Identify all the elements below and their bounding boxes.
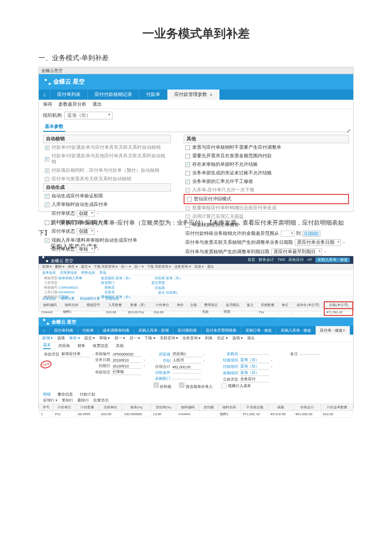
sn[interactable]: 财务	[78, 343, 85, 349]
st[interactable]: 基本信息	[42, 270, 56, 275]
biz-date[interactable]: 2019/8/10	[112, 358, 141, 363]
st[interactable]: 其他	[99, 270, 106, 275]
tb[interactable]: 保存 ▾	[69, 336, 80, 341]
link[interactable]: 采购组织	[221, 371, 238, 376]
tab-writeoff[interactable]: 应付付款核销记录	[88, 90, 139, 100]
tab-ap-list[interactable]: 应付单列表	[50, 90, 88, 100]
state-select[interactable]: 创建	[77, 228, 95, 235]
row-op[interactable]: 复制行	[62, 398, 73, 403]
st[interactable]: 供应商信息	[60, 270, 77, 275]
link[interactable]: 付款组织	[221, 364, 238, 370]
checkbox-icon[interactable]: ✓	[45, 202, 49, 207]
checkbox-icon[interactable]	[185, 214, 190, 219]
link[interactable]: 结算组织	[221, 358, 238, 363]
range-to[interactable]: 0.0000	[303, 231, 320, 237]
rb-item[interactable]: 下推 关联查询 ▾	[147, 264, 171, 269]
rb-item[interactable]: 新增 ▾	[42, 264, 52, 269]
basic-params-tab[interactable]: 基本参数	[43, 122, 65, 132]
expand-icon[interactable]: ⤢	[346, 128, 351, 134]
row-op[interactable]: 新增行 ▾	[43, 398, 58, 403]
tab[interactable]: 应付未开票明细表	[202, 326, 241, 335]
tb[interactable]: 前一 ▾	[115, 336, 125, 341]
checkbox-icon[interactable]: ✓	[45, 238, 49, 243]
tab[interactable]: 应付单列表	[50, 326, 78, 335]
rb-item[interactable]: 选项 ▾	[194, 264, 204, 269]
sn2[interactable]: 付款计划	[80, 392, 95, 397]
tab-payment[interactable]: 付款单	[139, 90, 167, 100]
sn2[interactable]: 明细	[43, 392, 51, 397]
st2[interactable]: 物料次要	[61, 296, 75, 301]
rb-item[interactable]: 保存 ▾	[68, 264, 77, 269]
tb[interactable]: 凭证 ▾	[217, 336, 228, 341]
link[interactable]: 币别	[153, 358, 170, 364]
row-op[interactable]: 批量填充	[93, 398, 109, 403]
checkbox-icon[interactable]	[185, 206, 190, 211]
tb[interactable]: 提交 ▾	[84, 336, 95, 341]
checkbox-icon[interactable]: ✓	[45, 168, 49, 173]
tb[interactable]: 审核 ▾	[99, 336, 110, 341]
rb-item[interactable]: 退出	[207, 264, 214, 269]
checkbox-icon[interactable]	[185, 145, 190, 150]
rb-item[interactable]: 前一 ▾	[121, 264, 130, 269]
link[interactable]: 采购员	[221, 352, 238, 357]
rb-item[interactable]: 删除 ▾	[55, 264, 64, 269]
table-row[interactable]: 1Pcs88.4955810.00100.00000013.00CH4441物料…	[39, 411, 353, 418]
rb-item[interactable]: 提交 ▾	[81, 264, 90, 269]
st2[interactable]: 初始物料次要	[80, 296, 100, 301]
tab-ap-params[interactable]: 应付款管理参数×	[167, 90, 219, 100]
rb-item[interactable]: 业务查询 ▾	[174, 264, 190, 269]
tb[interactable]: 退出	[247, 336, 255, 341]
tab-home[interactable]: ⌂	[39, 326, 50, 335]
tab-close-icon[interactable]: ×	[210, 92, 212, 97]
rb-item[interactable]: 下推 关联查询 ▾	[94, 264, 118, 269]
org-select[interactable]: 蓝海（欣）	[64, 112, 112, 119]
sn[interactable]: 收票信息	[93, 343, 108, 349]
tb[interactable]: 选项 ▾	[232, 336, 243, 341]
row-op[interactable]: 删除行	[78, 398, 89, 403]
tab[interactable]: 付款单	[78, 326, 98, 335]
tb[interactable]: 列表	[205, 336, 213, 341]
checkbox-icon[interactable]: ✓	[45, 145, 49, 150]
rb-item[interactable]: 后一 ▾	[134, 264, 144, 269]
checkbox-icon[interactable]	[185, 171, 190, 176]
remark-input[interactable]	[299, 354, 320, 355]
checkbox-icon[interactable]: ✓	[45, 157, 49, 162]
link[interactable]: 付款条件	[153, 370, 170, 376]
tab[interactable]: 采购入库单 - 修改	[277, 326, 316, 335]
tab-home[interactable]: ⌂	[39, 90, 50, 100]
bill-type[interactable]: 标准应付单	[61, 352, 90, 357]
checkbox-icon[interactable]: ✓	[185, 162, 190, 167]
tb[interactable]: 业务查询 ▾	[182, 336, 201, 341]
st2[interactable]: 表体信息	[42, 296, 56, 301]
checkbox-icon[interactable]	[185, 223, 190, 228]
btn-diff[interactable]: 参数差异分析	[58, 101, 86, 107]
link[interactable]: 供应商	[153, 352, 170, 357]
sn[interactable]: 其他	[116, 343, 124, 349]
tab[interactable]: 采购订单 - 修改	[241, 326, 277, 335]
tb[interactable]: 下推 ▾	[144, 336, 155, 341]
range-from[interactable]	[281, 231, 294, 237]
checkbox-icon[interactable]	[45, 220, 49, 225]
tab[interactable]: 采购入库单 - 新增	[134, 326, 173, 335]
tb[interactable]: 关联查询 ▾	[160, 336, 178, 341]
btn-save[interactable]: 保存	[43, 101, 52, 107]
state-select[interactable]: 审核	[77, 246, 95, 253]
btn-exit[interactable]: 退出	[92, 101, 102, 107]
adj-date-select[interactable]: 原应付单业务日期	[295, 239, 341, 246]
checkbox-icon[interactable]	[45, 177, 49, 182]
checkbox-icon[interactable]	[185, 154, 190, 159]
checkbox-icon[interactable]: ✓	[185, 179, 190, 184]
checkbox-icon[interactable]: ✓	[45, 194, 49, 199]
due-date[interactable]: 2019/8/10	[112, 364, 141, 369]
checkbox-icon[interactable]	[185, 188, 190, 193]
st2[interactable]: 其他信息	[105, 296, 119, 301]
state-select[interactable]: 创建	[77, 210, 95, 217]
table-row[interactable]: CH4441物料1810.00810.00 Pcs810.00无效同意Pcs¥7…	[40, 309, 352, 315]
sn[interactable]: 供应商	[58, 343, 70, 349]
due-date-select[interactable]: 原应付单最早到期日	[271, 249, 322, 255]
tab[interactable]: 成本调整单列表	[98, 326, 134, 335]
sn[interactable]: 基本	[43, 342, 51, 349]
tb[interactable]: 选项	[57, 336, 65, 341]
tab-active[interactable]: 应付单 - 修改 ×	[316, 326, 349, 335]
tb[interactable]: 后一 ▾	[130, 336, 140, 341]
